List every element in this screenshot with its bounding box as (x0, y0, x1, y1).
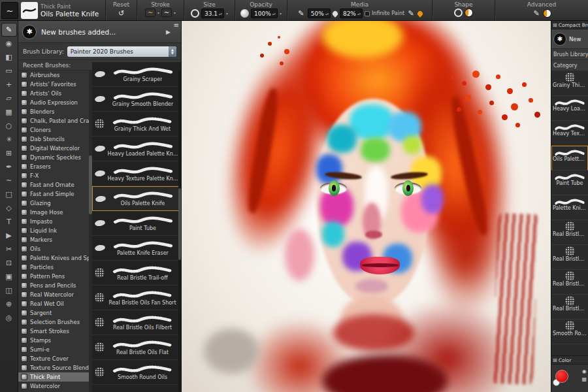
brush-variant[interactable]: Heavy Texture Palette Kn... (551, 121, 588, 146)
category-item[interactable]: Pens and Pencils (18, 281, 92, 290)
panel-menu-icon[interactable]: ≡ (174, 22, 179, 29)
compact-new-brushes[interactable]: ✱ New (551, 29, 588, 49)
category-item[interactable]: Impasto (18, 217, 92, 226)
brush-variant[interactable]: Smooth Round Oils (551, 319, 588, 344)
category-item[interactable]: Texture Source Blendi... (18, 363, 92, 372)
compact-category-row[interactable]: Category (551, 60, 588, 71)
brush-variant[interactable]: Real Bristle Oils Flat (92, 335, 181, 360)
brush-variant[interactable]: Real Bristle Oils Fan Short (92, 286, 181, 310)
brush-variant[interactable]: Real Bristle Oils Filbert (551, 270, 588, 295)
rect-selection-tool[interactable]: ▦ (2, 106, 16, 118)
brush-variant[interactable]: Grainy Thick And Wet (551, 71, 588, 96)
color-panel-header[interactable]: ⊞ Color (551, 356, 588, 365)
category-item[interactable]: Digital Watercolor (18, 144, 92, 153)
brush-variant[interactable]: Oils Palette Knife (92, 186, 181, 211)
pen-tool[interactable]: ✒ (2, 161, 16, 173)
category-item[interactable]: Pattern Pens (18, 272, 92, 281)
eraser-tool[interactable]: ▭ (2, 65, 16, 77)
category-item[interactable]: Real Watercolor (18, 290, 92, 299)
current-brush-indicator[interactable]: ~ Thick Paint Oils Palette Knife (0, 0, 106, 20)
advanced-media-icon[interactable] (543, 9, 551, 18)
category-item[interactable]: Chalk, Pastel and Cra... (18, 116, 92, 125)
category-item[interactable]: F-X (18, 171, 92, 180)
stroke-pressure-chevron-icon[interactable]: ▾ (157, 10, 159, 15)
paint-bucket-tool[interactable]: ◧ (2, 51, 16, 63)
category-item[interactable]: Texture Cover (18, 354, 92, 363)
mirror-tool[interactable]: ◫ (2, 284, 16, 297)
dropper-tool[interactable]: ◉ (2, 37, 16, 50)
lasso-tool[interactable]: ○ (2, 120, 16, 132)
brush-variant[interactable]: Oils Palette Knife (551, 146, 588, 171)
oval-shape-tool[interactable]: ◇ (2, 202, 16, 214)
brush-variant[interactable]: Real Bristle Oils Filbert (92, 310, 181, 335)
compact-brush-library-row[interactable]: Brush Library (551, 49, 588, 60)
category-item[interactable]: Thick Paint (18, 372, 92, 382)
stroke-pressure-icon[interactable]: ~ (145, 8, 155, 17)
color-wheel-icon[interactable]: ◉ (582, 368, 587, 374)
canvas[interactable] (182, 21, 551, 392)
grabber-tool[interactable]: ⊕ (2, 298, 16, 310)
banner-expand-arrow-icon[interactable]: ▶ (166, 29, 171, 35)
stroke-profile-chevron-icon[interactable]: ▾ (174, 10, 176, 15)
brush-variant[interactable]: Palette Knife Eraser (551, 195, 588, 220)
category-item[interactable]: Markers (18, 235, 92, 244)
primary-color-swatch[interactable] (555, 370, 568, 383)
brush-library-select[interactable]: Painter 2020 Brushes ▲▼ (67, 46, 176, 57)
category-item[interactable]: Sumi-e (18, 345, 92, 354)
size-ring-icon[interactable] (191, 9, 199, 18)
category-item[interactable]: Airbrushes (18, 71, 92, 80)
size-stepper[interactable]: ▴▾ (219, 12, 222, 15)
brush-variant[interactable]: Real Bristle Trail-off (92, 261, 181, 286)
scissors-tool[interactable]: ✂ (2, 243, 16, 255)
transform-tool[interactable]: ▱ (2, 92, 16, 105)
cloner-tool[interactable]: ⊡ (2, 257, 16, 269)
category-item[interactable]: Oils (18, 244, 92, 253)
crop-tool[interactable]: ⊞ (2, 147, 16, 159)
panel-collapse-icon[interactable]: ⊞ (553, 22, 557, 28)
size-chevron-icon[interactable]: ▾ (226, 11, 228, 16)
flow-stepper[interactable]: ▴▾ (357, 12, 361, 15)
category-item[interactable]: Palette Knives and Sp... (18, 253, 92, 263)
compact-brushes-header[interactable]: ⊞ Compact Brushes (551, 21, 588, 29)
brush-variant[interactable]: Paint Tube (92, 211, 181, 236)
brush-variant[interactable]: Smooth Round Oils (92, 360, 181, 385)
wet-media-icon[interactable] (416, 10, 423, 17)
category-item[interactable]: Particles (18, 263, 92, 272)
stroke-profile-icon[interactable]: ~ (161, 8, 172, 17)
quick-curve-tool[interactable]: ~ (2, 174, 16, 187)
category-item[interactable]: Liquid Ink (18, 226, 92, 235)
category-item[interactable]: Artists' Favorites (18, 80, 92, 89)
category-item[interactable]: Blenders (18, 107, 92, 116)
category-item[interactable]: Audio Expression (18, 98, 92, 107)
grain-input[interactable]: 50% ▴▾ (308, 8, 331, 18)
brush-variant[interactable]: Real Bristle Oils Flat (551, 295, 588, 319)
brush-variant[interactable]: Heavy Texture Palette Kn... (92, 161, 181, 186)
category-item[interactable]: Artists' Oils (18, 89, 92, 98)
opacity-stepper[interactable]: ▴▾ (272, 12, 276, 15)
category-item[interactable]: Real Wet Oil (18, 299, 92, 308)
infinite-paint-checkbox[interactable] (365, 11, 370, 16)
brush-variant[interactable]: Paint Tube (551, 171, 588, 195)
brush-variant[interactable]: Grainy Scraper (92, 62, 181, 87)
brush-variant[interactable]: Heavy Loaded Palette Kn... (551, 96, 588, 121)
rect-shape-tool[interactable]: □ (2, 188, 16, 201)
brush-variant[interactable]: Real Bristle Trail-off (551, 220, 588, 245)
color-panel-collapse-icon[interactable]: ⊞ (553, 357, 557, 363)
text-tool[interactable]: T (2, 216, 16, 228)
category-item[interactable]: Smart Strokes (18, 327, 92, 336)
dab-profile-icon[interactable] (465, 8, 473, 17)
new-brushes-banner[interactable]: ✱ New brushes added... ▶ ≡ (18, 21, 181, 43)
brush-variant[interactable]: Heavy Loaded Palette Kn... (92, 137, 181, 161)
category-item[interactable]: Cloners (18, 125, 92, 135)
color-sets-icon[interactable]: ▦ (581, 376, 587, 382)
brush-stroke-thumbnail-icon[interactable] (21, 2, 38, 19)
size-input[interactable]: 33.1 ▴▾ (201, 8, 224, 18)
advanced-brush-settings-icon[interactable]: ✎ (532, 8, 541, 18)
category-item[interactable]: Erasers (18, 162, 92, 171)
brush-tool[interactable]: ✎ (2, 24, 16, 36)
category-item[interactable]: Fast and Ornate (18, 180, 92, 189)
category-item[interactable]: Sargent (18, 308, 92, 318)
reset-brush-icon[interactable]: ↺ (117, 8, 126, 18)
category-item[interactable]: Fast and Simple (18, 189, 92, 199)
brush-variant[interactable]: Grainy Thick And Wet (92, 112, 181, 137)
